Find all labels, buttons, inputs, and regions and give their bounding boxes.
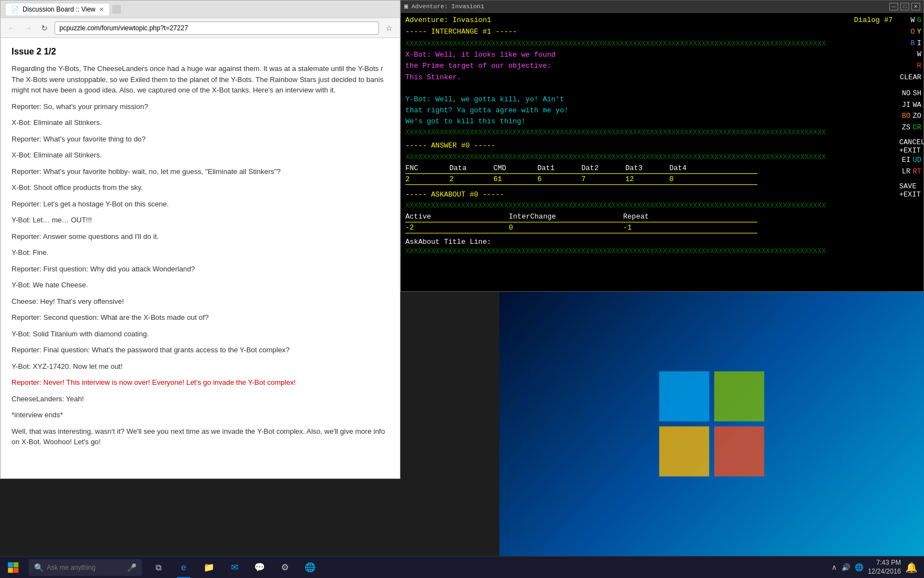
answer-divider	[405, 173, 757, 174]
svg-rect-3	[714, 427, 765, 477]
taskbar-explorer[interactable]: 📁	[197, 557, 221, 579]
save-button[interactable]: SAVE	[899, 182, 916, 190]
refresh-btn[interactable]: ↻	[38, 21, 51, 35]
clock-date: 12/24/2016	[868, 568, 901, 576]
notification-icon[interactable]: 🔔	[905, 561, 917, 574]
taskbar-settings[interactable]: ⚙	[273, 557, 297, 579]
answer-divider2	[405, 184, 757, 185]
minimize-btn[interactable]: ─	[889, 3, 898, 10]
taskbar-apps: ⧉ e 📁 ✉ 💬 ⚙ 🌐	[146, 557, 322, 579]
askabout-label: ----- ASKABOUT #0 -----	[405, 189, 893, 200]
tab-close-btn[interactable]: ✕	[99, 6, 104, 13]
askabout-title-label: AskAbout Title Line:	[405, 238, 491, 246]
bookmark-btn[interactable]: ☆	[382, 21, 395, 35]
cancel-button[interactable]: CANCEL	[899, 138, 923, 146]
microphone-icon: 🎤	[127, 563, 136, 572]
sb-w2: W	[917, 49, 921, 61]
taskbar-search[interactable]: 🔍 🎤	[29, 559, 142, 576]
paragraph-7: Reporter: Let's get a hostage Y-Bot on t…	[12, 199, 389, 210]
mail-icon: ✉	[231, 562, 238, 572]
game-header-dialog: Dialog #7	[854, 16, 893, 24]
taskbar-right: ∧ 🔊 🌐 7:43 PM 12/24/2016 🔔	[832, 559, 924, 576]
game-icon: ▣	[404, 2, 408, 10]
taskbar-ie[interactable]: e	[172, 557, 196, 579]
interchange-line-6: We's got to kill this thing!	[405, 116, 893, 127]
sb-wa: WA	[912, 100, 921, 111]
val-fnc: 2	[405, 175, 445, 183]
sb-g: G	[917, 15, 921, 26]
sb-row-wg: W G	[899, 15, 921, 26]
askabout-interchange-label: InterChange	[509, 212, 619, 221]
answer-section: ----- ANSWER #0 ----- XXXXXXXXXXXXXXXXXX…	[405, 140, 893, 184]
interchange-text-block: X-Bot: Well, it looks like we found the …	[405, 50, 893, 127]
search-input[interactable]	[47, 564, 124, 571]
answer-label: ----- ANSWER #0 -----	[405, 140, 893, 151]
paragraph-20: *interview ends*	[12, 410, 389, 421]
taskbar-clock[interactable]: 7:43 PM 12/24/2016	[868, 559, 901, 576]
game-body: Adventure: Invasion1 Dialog #7 ----- INT…	[401, 13, 923, 291]
taskbar-chrome[interactable]: 🌐	[298, 557, 322, 579]
exit1-button[interactable]: +EXIT	[899, 146, 921, 155]
game-header-title: Adventure: Invasion1	[405, 16, 491, 24]
volume-icon[interactable]: 🔊	[842, 563, 850, 571]
close-btn[interactable]: ✕	[911, 3, 920, 10]
start-button[interactable]	[0, 557, 26, 579]
article-title: Issue 2 1/2	[12, 47, 389, 57]
sb-row-jiwa: JI WA	[899, 100, 921, 111]
askabout-values: -2 0 -1	[405, 223, 893, 232]
maximize-btn[interactable]: □	[900, 3, 909, 10]
taskbar-skype[interactable]: 💬	[248, 557, 272, 579]
save-area: SAVE +EXIT	[899, 182, 921, 199]
askabout-divider	[405, 222, 757, 222]
exit2-button[interactable]: +EXIT	[899, 190, 921, 199]
game-main: Adventure: Invasion1 Dialog #7 ----- INT…	[401, 13, 897, 291]
interchange-section: ----- INTERCHANGE #1 ----- XXXXXXXXXXXXX…	[405, 26, 893, 138]
settings-icon: ⚙	[281, 562, 289, 572]
col-dat4: Dat4	[669, 164, 709, 172]
search-icon: 🔍	[34, 563, 43, 572]
paragraph-0: Regarding the Y-Bots, The CheeseLanders …	[12, 63, 389, 96]
browser-content[interactable]: Issue 2 1/2 Regarding the Y-Bots, The Ch…	[1, 38, 400, 478]
chevron-icon[interactable]: ∧	[832, 563, 837, 571]
browser-tab[interactable]: 📄 Discussion Board :: View ✕	[5, 3, 110, 15]
svg-rect-4	[8, 562, 13, 567]
x-row-1: XXXXXXXXXXXXXXXXXXXXXXXXXXXXXXXXXXXXXXXX…	[405, 39, 893, 50]
col-dat2: Dat2	[581, 164, 621, 172]
paragraph-11: Reporter: First question: Why did you at…	[12, 264, 389, 275]
task-view-icon: ⧉	[156, 563, 162, 572]
new-tab-btn[interactable]	[112, 5, 121, 14]
systray: ∧ 🔊 🌐	[832, 563, 864, 571]
sb-row-oy: O Y	[899, 26, 921, 38]
interchange-blank	[405, 83, 893, 94]
taskbar-task-view[interactable]: ⧉	[146, 557, 170, 579]
sb-zo: ZO	[912, 111, 921, 122]
val-dat1: 6	[537, 175, 577, 183]
forward-btn[interactable]: →	[21, 21, 35, 35]
answer-headers: FNC Data CMD Dat1 Dat2 Dat3 Dat4	[405, 164, 893, 172]
paragraph-1: Reporter: So, what's your primary missio…	[12, 101, 389, 112]
answer-values: 2 2 61 6 7 12 0	[405, 175, 893, 183]
game-title-text: Adventure: Invasion1	[411, 3, 484, 10]
paragraph-10: Y-Bot: Fine.	[12, 247, 389, 258]
taskbar-mail[interactable]: ✉	[222, 557, 246, 579]
paragraph-16: Reporter: Final question: What's the pas…	[12, 345, 389, 356]
askabout-divider2	[405, 233, 757, 233]
desktop-background	[499, 292, 924, 556]
svg-rect-5	[13, 562, 18, 567]
sb-y: Y	[917, 26, 921, 38]
paragraph-13: Cheese: Hey! That's very offensive!	[12, 296, 389, 307]
chrome-icon: 🌐	[305, 562, 316, 572]
back-btn[interactable]: ←	[5, 21, 18, 35]
sb-lr: LR	[902, 166, 911, 178]
address-bar[interactable]	[54, 21, 379, 35]
paragraph-12: Y-Bot: We hate Cheese.	[12, 280, 389, 291]
askabout-active-label: Active	[405, 212, 504, 221]
network-icon[interactable]: 🌐	[855, 563, 864, 571]
val-dat2: 7	[581, 175, 621, 183]
clear-button[interactable]: CLEAR	[900, 73, 921, 81]
sb-r: R	[917, 61, 921, 72]
val-dat4: 0	[669, 175, 709, 183]
sb-row-nosh: NO SH	[899, 88, 921, 100]
paragraph-18: Reporter: Never! This interview is now o…	[12, 377, 389, 388]
svg-rect-6	[8, 568, 13, 572]
